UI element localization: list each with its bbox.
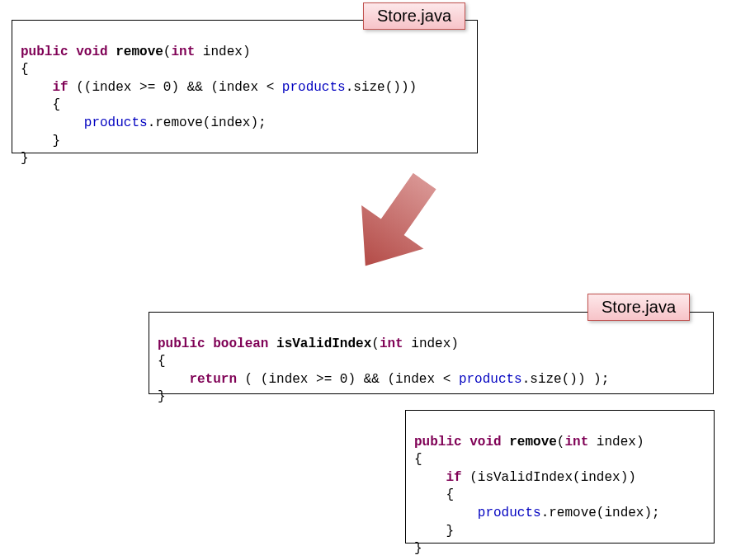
paren: ( <box>371 336 380 351</box>
code-box-refactored-remove: public void remove(int index) { if (isVa… <box>405 410 715 544</box>
paren: ( <box>163 45 172 59</box>
indent <box>158 372 189 387</box>
call-remove: .remove(index); <box>148 115 267 130</box>
brace: } <box>158 389 166 404</box>
param: index) <box>195 45 250 59</box>
kw-public: public <box>158 336 205 351</box>
param: index) <box>588 435 644 449</box>
kw-boolean: boolean <box>213 336 268 351</box>
method-name: isValidIndex <box>276 336 371 351</box>
param: index) <box>403 336 459 351</box>
kw-int: int <box>171 45 195 59</box>
indent <box>414 506 478 520</box>
expr-part3: .size()) ); <box>522 372 610 387</box>
kw-int: int <box>564 435 588 449</box>
field-products: products <box>84 115 148 130</box>
field-products: products <box>282 80 346 95</box>
field-products: products <box>459 372 522 387</box>
literal-zero: 0 <box>163 80 172 95</box>
expr-part1: ( (index >= <box>237 372 340 387</box>
brace: { <box>158 354 166 369</box>
brace: } <box>21 134 60 148</box>
cond-part3: .size())) <box>346 80 417 95</box>
indent <box>21 115 84 130</box>
method-name: remove <box>116 45 163 59</box>
indent <box>414 470 446 485</box>
brace: } <box>21 151 29 166</box>
cond-part1: ((index >= <box>68 80 163 95</box>
method-name: remove <box>509 435 557 449</box>
brace: } <box>414 524 454 539</box>
brace: } <box>414 541 422 556</box>
cond-part2: ) && (index < <box>171 80 281 95</box>
code-box-original-remove: public void remove(int index) { if ((ind… <box>12 20 478 153</box>
kw-public: public <box>21 45 68 59</box>
arrow-down-right-icon <box>328 161 460 293</box>
field-products: products <box>478 506 541 520</box>
kw-public: public <box>414 435 462 449</box>
kw-void: void <box>469 435 501 449</box>
call-remove: .remove(index); <box>541 506 660 520</box>
kw-if: if <box>52 80 68 95</box>
kw-if: if <box>446 470 461 485</box>
brace: { <box>21 62 29 77</box>
literal-zero: 0 <box>340 372 348 387</box>
file-label-box2: Store.java <box>587 294 690 321</box>
expr-part2: ) && (index < <box>347 372 458 387</box>
kw-return: return <box>189 372 237 387</box>
kw-int: int <box>380 336 403 351</box>
cond: (isValidIndex(index)) <box>462 470 636 485</box>
indent <box>21 80 52 95</box>
code-box-isvalidindex: public boolean isValidIndex(int index) {… <box>149 312 714 394</box>
brace: { <box>414 452 422 467</box>
brace: { <box>21 97 60 112</box>
paren: ( <box>557 435 565 449</box>
file-label-box1: Store.java <box>363 2 465 30</box>
kw-void: void <box>76 45 107 59</box>
brace: { <box>414 487 454 502</box>
